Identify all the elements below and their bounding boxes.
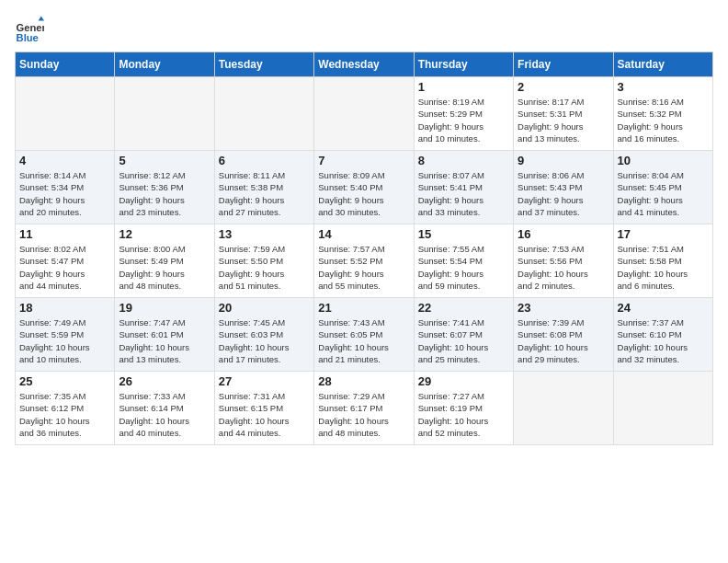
day-number: 26 [119,374,210,388]
day-number: 25 [19,374,110,388]
week-row-2: 4Sunrise: 8:14 AMSunset: 5:34 PMDaylight… [16,151,713,224]
day-cell: 1Sunrise: 8:19 AMSunset: 5:29 PMDaylight… [414,77,513,151]
day-cell: 12Sunrise: 8:00 AMSunset: 5:49 PMDayligh… [115,224,214,298]
weekday-header-tuesday: Tuesday [214,52,313,77]
day-cell: 4Sunrise: 8:14 AMSunset: 5:34 PMDaylight… [16,151,115,224]
day-cell: 2Sunrise: 8:17 AMSunset: 5:31 PMDaylight… [514,77,613,151]
day-number: 29 [418,374,509,388]
day-number: 12 [119,227,210,241]
day-number: 9 [518,154,609,167]
day-cell [16,77,115,151]
day-info: Sunrise: 8:06 AMSunset: 5:43 PMDaylight:… [518,169,609,218]
day-number: 2 [518,80,609,94]
day-cell: 11Sunrise: 8:02 AMSunset: 5:47 PMDayligh… [16,224,115,298]
day-info: Sunrise: 7:55 AMSunset: 5:54 PMDaylight:… [418,243,509,292]
day-info: Sunrise: 7:51 AMSunset: 5:58 PMDaylight:… [618,243,709,292]
day-number: 17 [618,227,709,241]
day-cell: 22Sunrise: 7:41 AMSunset: 6:07 PMDayligh… [414,298,513,372]
day-cell: 8Sunrise: 8:07 AMSunset: 5:41 PMDaylight… [414,151,513,224]
day-number: 7 [318,154,409,167]
day-info: Sunrise: 8:11 AMSunset: 5:38 PMDaylight:… [219,169,310,218]
day-number: 14 [318,227,409,241]
day-number: 15 [418,227,509,241]
day-number: 24 [618,301,709,315]
day-cell: 24Sunrise: 7:37 AMSunset: 6:10 PMDayligh… [613,298,712,372]
weekday-header-row: SundayMondayTuesdayWednesdayThursdayFrid… [16,52,713,77]
day-info: Sunrise: 8:04 AMSunset: 5:45 PMDaylight:… [618,169,709,218]
day-info: Sunrise: 8:09 AMSunset: 5:40 PMDaylight:… [318,169,409,218]
day-cell [613,372,712,445]
day-cell: 14Sunrise: 7:57 AMSunset: 5:52 PMDayligh… [314,224,414,298]
day-number: 4 [19,154,110,167]
week-row-1: 1Sunrise: 8:19 AMSunset: 5:29 PMDaylight… [16,77,713,151]
day-cell: 16Sunrise: 7:53 AMSunset: 5:56 PMDayligh… [514,224,613,298]
day-info: Sunrise: 7:27 AMSunset: 6:19 PMDaylight:… [418,390,509,439]
day-info: Sunrise: 7:49 AMSunset: 5:59 PMDaylight:… [19,316,110,365]
day-number: 28 [318,374,409,388]
day-cell [514,372,613,445]
day-info: Sunrise: 8:14 AMSunset: 5:34 PMDaylight:… [19,169,110,218]
weekday-header-sunday: Sunday [16,52,115,77]
day-cell: 10Sunrise: 8:04 AMSunset: 5:45 PMDayligh… [613,151,712,224]
day-cell: 28Sunrise: 7:29 AMSunset: 6:17 PMDayligh… [314,372,414,445]
day-number: 8 [418,154,509,167]
day-number: 18 [19,301,110,315]
day-info: Sunrise: 8:16 AMSunset: 5:32 PMDaylight:… [618,96,709,144]
day-info: Sunrise: 8:17 AMSunset: 5:31 PMDaylight:… [518,96,609,144]
day-info: Sunrise: 7:29 AMSunset: 6:17 PMDaylight:… [318,390,409,439]
day-number: 10 [618,154,709,167]
day-cell [115,77,214,151]
day-info: Sunrise: 7:57 AMSunset: 5:52 PMDaylight:… [318,243,409,292]
day-info: Sunrise: 7:53 AMSunset: 5:56 PMDaylight:… [518,243,609,292]
day-cell: 5Sunrise: 8:12 AMSunset: 5:36 PMDaylight… [115,151,214,224]
day-number: 27 [219,374,310,388]
day-cell: 29Sunrise: 7:27 AMSunset: 6:19 PMDayligh… [414,372,513,445]
day-info: Sunrise: 8:00 AMSunset: 5:49 PMDaylight:… [119,243,210,292]
day-info: Sunrise: 8:02 AMSunset: 5:47 PMDaylight:… [19,243,110,292]
day-cell: 13Sunrise: 7:59 AMSunset: 5:50 PMDayligh… [214,224,313,298]
weekday-header-thursday: Thursday [414,52,513,77]
day-number: 22 [418,301,509,315]
logo-icon: General Blue [15,15,44,44]
day-info: Sunrise: 7:45 AMSunset: 6:03 PMDaylight:… [219,316,310,365]
day-number: 20 [219,301,310,315]
day-number: 21 [318,301,409,315]
day-cell [314,77,414,151]
svg-text:General: General [17,22,44,33]
day-cell: 19Sunrise: 7:47 AMSunset: 6:01 PMDayligh… [115,298,214,372]
day-number: 1 [418,80,509,94]
day-info: Sunrise: 8:12 AMSunset: 5:36 PMDaylight:… [119,169,210,218]
day-info: Sunrise: 7:43 AMSunset: 6:05 PMDaylight:… [318,316,409,365]
day-info: Sunrise: 7:31 AMSunset: 6:15 PMDaylight:… [219,390,310,439]
day-number: 16 [518,227,609,241]
day-cell: 18Sunrise: 7:49 AMSunset: 5:59 PMDayligh… [16,298,115,372]
svg-marker-2 [39,17,44,21]
day-cell: 21Sunrise: 7:43 AMSunset: 6:05 PMDayligh… [314,298,414,372]
day-cell: 27Sunrise: 7:31 AMSunset: 6:15 PMDayligh… [214,372,313,445]
day-number: 19 [119,301,210,315]
header: General Blue [15,15,713,44]
day-info: Sunrise: 7:35 AMSunset: 6:12 PMDaylight:… [19,390,110,439]
day-info: Sunrise: 7:33 AMSunset: 6:14 PMDaylight:… [119,390,210,439]
day-info: Sunrise: 8:07 AMSunset: 5:41 PMDaylight:… [418,169,509,218]
logo: General Blue [15,15,48,44]
weekday-header-wednesday: Wednesday [314,52,414,77]
day-cell: 26Sunrise: 7:33 AMSunset: 6:14 PMDayligh… [115,372,214,445]
day-cell: 20Sunrise: 7:45 AMSunset: 6:03 PMDayligh… [214,298,313,372]
day-cell: 23Sunrise: 7:39 AMSunset: 6:08 PMDayligh… [514,298,613,372]
day-info: Sunrise: 7:39 AMSunset: 6:08 PMDaylight:… [518,316,609,365]
day-cell: 3Sunrise: 8:16 AMSunset: 5:32 PMDaylight… [613,77,712,151]
day-cell: 15Sunrise: 7:55 AMSunset: 5:54 PMDayligh… [414,224,513,298]
day-number: 13 [219,227,310,241]
day-cell: 6Sunrise: 8:11 AMSunset: 5:38 PMDaylight… [214,151,313,224]
day-info: Sunrise: 7:47 AMSunset: 6:01 PMDaylight:… [119,316,210,365]
weekday-header-saturday: Saturday [613,52,712,77]
day-info: Sunrise: 8:19 AMSunset: 5:29 PMDaylight:… [418,96,509,144]
weekday-header-friday: Friday [514,52,613,77]
day-number: 23 [518,301,609,315]
week-row-5: 25Sunrise: 7:35 AMSunset: 6:12 PMDayligh… [16,372,713,445]
day-number: 3 [618,80,709,94]
day-number: 5 [119,154,210,167]
day-info: Sunrise: 7:59 AMSunset: 5:50 PMDaylight:… [219,243,310,292]
week-row-3: 11Sunrise: 8:02 AMSunset: 5:47 PMDayligh… [16,224,713,298]
